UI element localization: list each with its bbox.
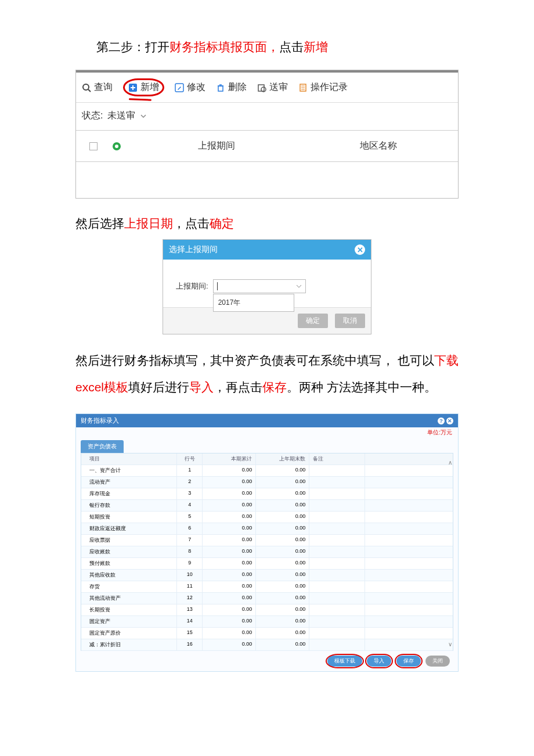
- table-row[interactable]: 存货110.000.00: [81, 581, 453, 593]
- table-row[interactable]: 库存现金30.000.00: [81, 488, 453, 500]
- table-row[interactable]: 固定资产原价150.000.00: [81, 628, 453, 639]
- status-col-icon: [105, 140, 128, 152]
- cell-current[interactable]: 0.00: [203, 488, 256, 499]
- cell-prev[interactable]: 0.00: [256, 628, 309, 639]
- cell-current[interactable]: 0.00: [203, 604, 256, 615]
- add-button[interactable]: 新增: [123, 78, 164, 96]
- cell-prev[interactable]: 0.00: [256, 512, 309, 523]
- query-button[interactable]: 查询: [82, 81, 113, 93]
- period-label: 上报期间:: [176, 281, 208, 291]
- cell-current[interactable]: 0.00: [203, 628, 256, 639]
- cell-prev[interactable]: 0.00: [256, 581, 309, 592]
- cell-prev[interactable]: 0.00: [256, 593, 309, 604]
- status-dropdown[interactable]: 未送审: [107, 110, 147, 122]
- toolbar: 查询 新增 修改 删除 送审 操作记录: [76, 70, 458, 103]
- table-row[interactable]: 其他流动资产120.000.00: [81, 593, 453, 604]
- cell-name: 库存现金: [81, 488, 177, 499]
- scroll-down-icon[interactable]: ∨: [447, 641, 453, 647]
- cell-prev[interactable]: 0.00: [256, 477, 309, 488]
- cell-note[interactable]: [309, 570, 365, 581]
- table-row[interactable]: 应收账款80.000.00: [81, 546, 453, 558]
- cell-current[interactable]: 0.00: [203, 512, 256, 523]
- cell-prev[interactable]: 0.00: [256, 535, 309, 546]
- cell-prev[interactable]: 0.00: [256, 488, 309, 499]
- cell-current[interactable]: 0.00: [203, 593, 256, 604]
- table-row[interactable]: 流动资产20.000.00: [81, 477, 453, 488]
- download-template-button[interactable]: 模板下载: [327, 656, 362, 667]
- cell-note[interactable]: [309, 558, 365, 569]
- cell-note[interactable]: [309, 523, 365, 534]
- cell-current[interactable]: 0.00: [203, 558, 256, 569]
- cell-note[interactable]: [309, 616, 365, 627]
- cell-note[interactable]: [309, 535, 365, 546]
- cell-current[interactable]: 0.00: [203, 546, 256, 557]
- cell-note[interactable]: [309, 546, 365, 557]
- highlight: 财务指标填报页面，: [169, 40, 279, 53]
- table-row[interactable]: 一、资产合计10.000.00: [81, 465, 453, 477]
- table-row[interactable]: 长期投资130.000.00: [81, 604, 453, 616]
- tab-balance-sheet[interactable]: 资产负债表: [81, 440, 124, 453]
- table-row[interactable]: 应收票据70.000.00: [81, 535, 453, 546]
- cell-prev[interactable]: 0.00: [256, 546, 309, 557]
- close-icon[interactable]: ✕: [446, 417, 453, 424]
- cancel-button[interactable]: 取消: [335, 314, 365, 328]
- cell-name: 其他应收款: [81, 570, 177, 581]
- ok-button[interactable]: 确定: [298, 314, 328, 328]
- trash-icon: [216, 83, 225, 92]
- cell-note[interactable]: [309, 477, 365, 488]
- close-icon[interactable]: ✕: [355, 244, 365, 255]
- table-row[interactable]: 其他应收款100.000.00: [81, 570, 453, 581]
- log-button[interactable]: 操作记录: [298, 81, 348, 93]
- close-button[interactable]: 关闭: [425, 656, 450, 667]
- cell-name: 银行存款: [81, 500, 177, 511]
- cell-current[interactable]: 0.00: [203, 535, 256, 546]
- cell-prev[interactable]: 0.00: [256, 639, 309, 650]
- save-button[interactable]: 保存: [396, 656, 421, 667]
- cell-current[interactable]: 0.00: [203, 581, 256, 592]
- window-title-bar: 财务指标录入 ? ✕: [76, 414, 458, 427]
- table-row[interactable]: 财政应返还额度60.000.00: [81, 523, 453, 535]
- cell-note[interactable]: [309, 465, 365, 476]
- help-icon[interactable]: ?: [438, 417, 445, 424]
- scroll-up-icon[interactable]: ∧: [447, 459, 453, 465]
- cell-prev[interactable]: 0.00: [256, 558, 309, 569]
- cell-current[interactable]: 0.00: [203, 500, 256, 511]
- cell-current[interactable]: 0.00: [203, 616, 256, 627]
- select-all-checkbox[interactable]: [89, 142, 98, 150]
- cell-prev[interactable]: 0.00: [256, 465, 309, 476]
- table-row[interactable]: 短期投资50.000.00: [81, 512, 453, 523]
- period-input[interactable]: 2017年: [213, 279, 306, 293]
- cell-idx: 14: [177, 616, 203, 627]
- cell-prev[interactable]: 0.00: [256, 500, 309, 511]
- cell-note[interactable]: [309, 500, 365, 511]
- cell-note[interactable]: [309, 604, 365, 615]
- submit-button[interactable]: 送审: [257, 81, 288, 93]
- region-col: 地区名称: [305, 140, 452, 152]
- table-row[interactable]: 银行存款40.000.00: [81, 500, 453, 512]
- text: 第二步：打开: [96, 40, 169, 53]
- cell-prev[interactable]: 0.00: [256, 616, 309, 627]
- cell-note[interactable]: [309, 593, 365, 604]
- cell-note[interactable]: [309, 639, 365, 650]
- table-row[interactable]: 预付账款90.000.00: [81, 558, 453, 570]
- table-row[interactable]: 减：累计折旧160.000.00: [81, 639, 453, 651]
- delete-button[interactable]: 删除: [216, 81, 247, 93]
- cell-prev[interactable]: 0.00: [256, 570, 309, 581]
- period-option[interactable]: 2017年: [213, 294, 294, 312]
- cell-idx: 5: [177, 512, 203, 523]
- cell-note[interactable]: [309, 512, 365, 523]
- cell-current[interactable]: 0.00: [203, 477, 256, 488]
- cell-current[interactable]: 0.00: [203, 465, 256, 476]
- cell-prev[interactable]: 0.00: [256, 604, 309, 615]
- cell-note[interactable]: [309, 488, 365, 499]
- cell-prev[interactable]: 0.00: [256, 523, 309, 534]
- cell-current[interactable]: 0.00: [203, 639, 256, 650]
- cell-note[interactable]: [309, 628, 365, 639]
- cell-note[interactable]: [309, 581, 365, 592]
- cell-current[interactable]: 0.00: [203, 523, 256, 534]
- edit-button[interactable]: 修改: [175, 81, 205, 93]
- highlight: 新增: [304, 40, 328, 53]
- table-row[interactable]: 固定资产140.000.00: [81, 616, 453, 628]
- import-button[interactable]: 导入: [367, 656, 391, 667]
- cell-current[interactable]: 0.00: [203, 570, 256, 581]
